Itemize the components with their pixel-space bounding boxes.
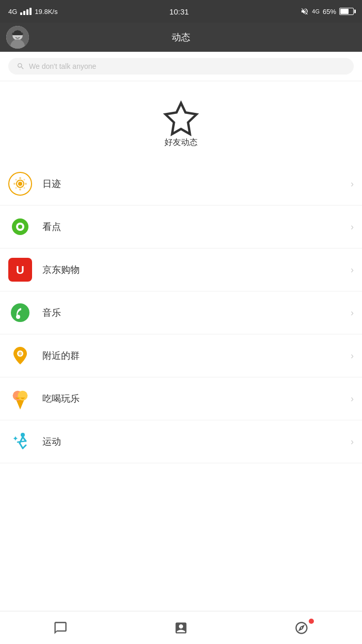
- header: 动态: [0, 23, 362, 52]
- kandian-icon-svg: [11, 217, 29, 236]
- menu-item-music[interactable]: 音乐 ›: [0, 291, 362, 334]
- svg-point-13: [16, 187, 17, 189]
- svg-point-12: [24, 179, 25, 181]
- search-bar[interactable]: We don't talk anyone: [0, 52, 362, 81]
- search-input-wrap[interactable]: We don't talk anyone: [8, 58, 354, 75]
- menu-label-chihe: 吃喝玩乐: [42, 392, 351, 405]
- svg-text:U: U: [16, 264, 24, 276]
- time-label: 10:31: [170, 7, 189, 16]
- speed-label: 19.8K/s: [35, 8, 57, 16]
- chevron-chihe: ›: [351, 393, 354, 404]
- avatar-svg: [6, 26, 29, 49]
- battery-percent: 65%: [323, 8, 336, 16]
- chevron-yundong: ›: [351, 436, 354, 447]
- menu-label-music: 音乐: [42, 306, 351, 319]
- svg-point-17: [18, 225, 22, 229]
- status-right: 4G 65%: [300, 7, 354, 16]
- nav-item-messages[interactable]: [43, 617, 78, 639]
- network-label: 4G: [8, 8, 17, 16]
- person-icon: [174, 621, 188, 635]
- svg-point-6: [18, 182, 22, 186]
- status-bar: 4G 19.8K/s 10:31 4G 65%: [0, 0, 362, 23]
- menu-item-kandian[interactable]: 看点 ›: [0, 206, 362, 248]
- star-icon: [162, 100, 200, 137]
- svg-point-9: [13, 183, 16, 185]
- chevron-music: ›: [351, 308, 354, 318]
- svg-text:✦: ✦: [12, 434, 19, 443]
- battery-icon: [339, 8, 354, 15]
- nav-item-contacts[interactable]: [163, 617, 199, 639]
- bottom-nav: [0, 611, 362, 644]
- svg-point-20: [11, 303, 29, 322]
- menu-icon-chihe: [8, 387, 32, 411]
- chevron-fujin: ›: [351, 350, 354, 361]
- menu-label-riji: 日迹: [42, 178, 351, 190]
- avatar-image: [6, 26, 29, 49]
- chihe-icon-svg: [10, 388, 31, 409]
- menu-item-riji[interactable]: 日迹 ›: [0, 163, 362, 206]
- signal-bars: [20, 8, 32, 15]
- svg-point-7: [19, 177, 21, 179]
- menu-item-chihe[interactable]: 吃喝玩乐 ›: [0, 377, 362, 420]
- compass-icon: [294, 621, 309, 635]
- svg-line-29: [23, 437, 26, 441]
- fujin-icon-svg: [9, 345, 31, 367]
- search-placeholder: We don't talk anyone: [29, 62, 96, 70]
- menu-label-kandian: 看点: [42, 221, 351, 233]
- svg-point-10: [25, 183, 27, 185]
- menu-label-fujin: 附近的群: [42, 349, 351, 362]
- signal-4g-label: 4G: [312, 8, 320, 14]
- svg-line-27: [20, 443, 23, 448]
- status-left: 4G 19.8K/s: [8, 8, 57, 16]
- riji-icon-svg: [12, 176, 28, 192]
- menu-icon-riji: [8, 172, 32, 196]
- menu-icon-music: [8, 301, 32, 325]
- svg-line-28: [23, 445, 26, 448]
- nav-item-discover[interactable]: [284, 617, 319, 639]
- svg-point-8: [19, 188, 21, 191]
- svg-point-21: [16, 315, 20, 319]
- menu-icon-yundong: ✦: [8, 430, 32, 453]
- menu-item-yundong[interactable]: ✦ 运动 ›: [0, 420, 362, 463]
- music-icon-svg: [10, 302, 31, 323]
- svg-point-11: [16, 179, 17, 181]
- jingdong-icon-svg: U: [11, 260, 29, 279]
- menu-item-jingdong[interactable]: U 京东购物 ›: [0, 248, 362, 291]
- chevron-riji: ›: [351, 179, 354, 189]
- menu-icon-kandian: [8, 215, 32, 239]
- menu-icon-fujin: [8, 344, 32, 368]
- header-title: 动态: [172, 31, 190, 43]
- mute-icon: [300, 7, 309, 16]
- yundong-icon-svg: ✦: [9, 431, 31, 452]
- avatar[interactable]: [6, 26, 29, 49]
- chevron-jingdong: ›: [351, 265, 354, 275]
- chat-icon: [53, 621, 68, 635]
- menu-item-fujin[interactable]: 附近的群 ›: [0, 334, 362, 377]
- nav-badge-discover: [309, 619, 314, 624]
- svg-line-30: [18, 441, 26, 442]
- menu-label-yundong: 运动: [42, 435, 351, 448]
- svg-point-14: [24, 187, 25, 189]
- center-label: 好友动态: [164, 137, 198, 148]
- menu-label-jingdong: 京东购物: [42, 264, 351, 276]
- menu-icon-jingdong: U: [8, 258, 32, 282]
- content-area: We don't talk anyone 好友动态: [0, 52, 362, 500]
- chevron-kandian: ›: [351, 222, 354, 232]
- search-icon: [17, 62, 25, 70]
- center-section: 好友动态: [0, 81, 362, 158]
- menu-list: 日迹 › 看点 › U 京东购: [0, 163, 362, 463]
